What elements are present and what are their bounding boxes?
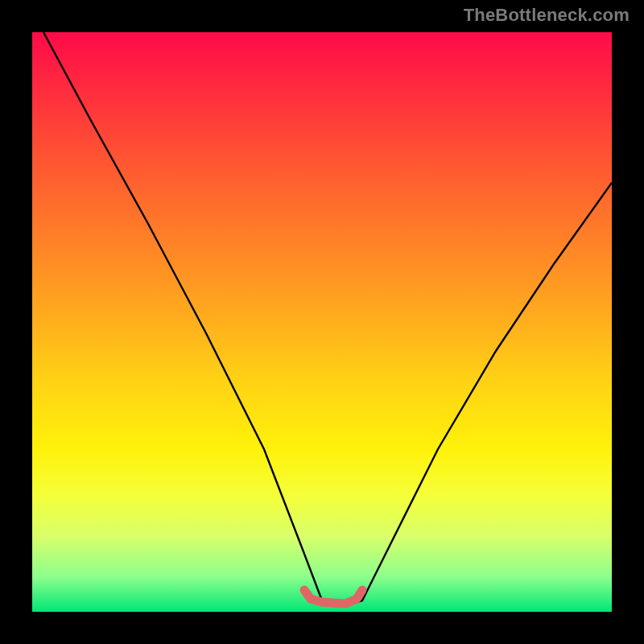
flat-segment-marker	[304, 590, 362, 604]
plot-area	[32, 32, 612, 612]
chart-frame: TheBottleneck.com	[0, 0, 644, 644]
bottleneck-curve-line	[43, 32, 612, 606]
watermark-text: TheBottleneck.com	[464, 5, 630, 26]
curve-layer	[32, 32, 612, 612]
